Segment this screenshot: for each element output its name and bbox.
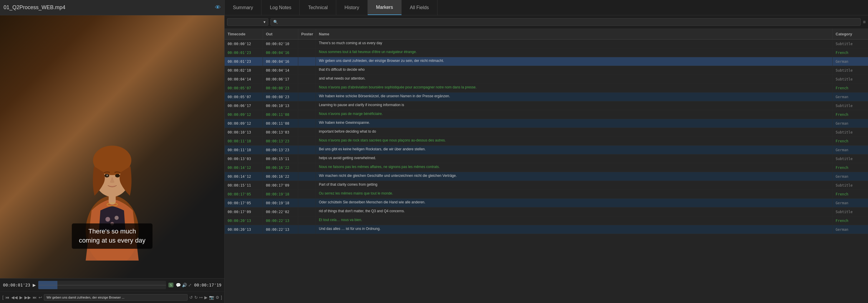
td-name: Wir haben keine Gewinnspanne. (316, 119, 833, 128)
snapshot-btn[interactable]: 📷 (209, 295, 214, 300)
td-out: 00:00:02'10 (263, 39, 298, 48)
video-area[interactable]: There's so muchcoming at us every day (0, 15, 224, 278)
td-name: Nous sommes tout à fait heureux d'être u… (316, 48, 833, 57)
tab-technical[interactable]: Technical (300, 0, 336, 15)
table-row[interactable]: 00:00:05'0700:00:08'23Wir haben keine sc… (225, 92, 868, 101)
bracket-open-btn[interactable]: [ (2, 295, 3, 300)
td-poster (298, 92, 316, 101)
table-row[interactable]: 00:00:20'1300:00:22'13Et tout cela… nous… (225, 216, 868, 225)
table-header: Timecode Out Poster Name Category (225, 29, 868, 39)
settings-btn[interactable]: ⚙ (216, 295, 219, 300)
td-poster (298, 57, 316, 66)
speech-bubble-icon[interactable]: 💬 (176, 283, 181, 287)
tab-all-fields[interactable]: All Fields (402, 0, 437, 15)
step-fwd-btn[interactable]: ▶▶ (25, 295, 31, 300)
tab-history[interactable]: History (336, 0, 368, 15)
table-row[interactable]: 00:00:15'1100:00:17'09Part of that clari… (225, 181, 868, 190)
search-input[interactable] (280, 20, 858, 24)
subtitle-text: There's so muchcoming at us every day (79, 227, 146, 244)
td-name: Et tout cela… nous va bien. (316, 216, 833, 225)
td-name: Und das alles … ist für uns in Ordnung. (316, 225, 833, 234)
td-out: 00:00:04'14 (263, 66, 298, 75)
skip-end-btn[interactable]: ⏭ (33, 295, 37, 300)
table-row[interactable]: 00:00:00'1200:00:02'10There's so much co… (225, 39, 868, 48)
table-row[interactable]: 00:00:14'1200:00:16'22Wir machen nicht d… (225, 172, 868, 181)
volume-icon[interactable]: 🔊 (182, 283, 187, 287)
table-row[interactable]: 00:00:13'0300:00:15'11helps us avoid get… (225, 155, 868, 163)
forward-btn[interactable]: ↻ (194, 295, 198, 300)
table-row[interactable]: 00:00:09'1200:00:11'08Nous n'avons pas d… (225, 110, 868, 119)
table-row[interactable]: 00:00:11'1000:00:13'23Nous n'avons pas d… (225, 137, 868, 146)
play-button[interactable]: ▶ (33, 283, 36, 287)
transport-icons: 💬 🔊 ⤢ (176, 283, 192, 287)
expand-icon[interactable]: ⤢ (188, 283, 192, 287)
td-name: that it's difficult to decide who (316, 66, 833, 75)
filter-bar: ▾ 🔍 ≡ (225, 15, 868, 29)
td-poster (298, 119, 316, 128)
search-box[interactable]: 🔍 (271, 18, 861, 26)
td-name: Nous n'avons pas de rock stars sacrées q… (316, 137, 833, 145)
td-category: Subtitle (833, 75, 868, 83)
skip-start-btn[interactable]: ⏮ (5, 295, 9, 300)
td-name: Wir geben uns damit zufrieden, der einzi… (316, 57, 833, 66)
play-in-btn[interactable]: ▶ (204, 295, 208, 300)
td-timecode: 00:00:04'14 (225, 75, 263, 83)
table-row[interactable]: 00:00:20'1300:00:22'13Und das alles … is… (225, 225, 868, 234)
td-category: German (833, 172, 868, 181)
table-row[interactable]: 00:00:17'0900:00:22'02rid of things that… (225, 208, 868, 216)
td-poster (298, 110, 316, 119)
mark-in-btn[interactable]: ↦ (199, 295, 203, 300)
td-name: Oder schütteln Sie denselben Menschen di… (316, 199, 833, 207)
bracket-close-btn[interactable]: ] (221, 295, 222, 300)
play-pause-btn[interactable]: ▶ (20, 295, 23, 300)
table-row[interactable]: 00:00:17'0500:00:19'18Oder schütteln Sie… (225, 199, 868, 208)
table-row[interactable]: 00:00:05'0700:00:08'23Nous n'avons pas d… (225, 84, 868, 92)
td-name: helps us avoid getting overwhelmed. (316, 155, 833, 163)
td-timecode: 00:00:02'10 (225, 66, 263, 75)
tab-markers[interactable]: Markers (368, 0, 402, 15)
table-row[interactable]: 00:00:11'1000:00:13'23Bei uns gibt es ke… (225, 146, 868, 155)
s-badge: S (168, 283, 174, 287)
table-row[interactable]: 00:00:14'1200:00:16'22Nous ne faisons pa… (225, 163, 868, 172)
table-row[interactable]: 00:00:01'2300:00:04'16Nous sommes tout à… (225, 48, 868, 57)
td-name: Learning to pause and clarify if incomin… (316, 101, 833, 110)
tab-log-notes[interactable]: Log Notes (261, 0, 300, 15)
th-category: Category (833, 29, 868, 39)
table-row[interactable]: 00:00:06'1700:00:10'13Learning to pause … (225, 101, 868, 110)
table-row[interactable]: 00:00:04'1400:00:06'17and what needs our… (225, 75, 868, 84)
category-filter[interactable]: ▾ (227, 18, 268, 26)
td-category: German (833, 199, 868, 207)
td-poster (298, 146, 316, 154)
loop-btn[interactable]: ↺ (189, 295, 193, 300)
td-category: Subtitle (833, 208, 868, 216)
table-row[interactable]: 00:00:17'0500:00:19'18Ou serrez les même… (225, 190, 868, 199)
td-timecode: 00:00:14'12 (225, 172, 263, 181)
table-row[interactable]: 00:00:01'2300:00:04'16Wir geben uns dami… (225, 57, 868, 66)
transport-right: ↺ ↻ ↦ ▶ 📷 ⚙ ] (189, 295, 222, 300)
td-category: Subtitle (833, 39, 868, 48)
td-out: 00:00:10'13 (263, 101, 298, 110)
table-row[interactable]: 00:00:02'1000:00:04'14that it's difficul… (225, 66, 868, 75)
eye-icon[interactable]: 👁 (215, 4, 221, 11)
td-category: German (833, 92, 868, 101)
play-loop-btn[interactable]: ↩ (38, 295, 42, 300)
timecode-end: 00:00:17'19 (194, 283, 221, 287)
td-name: Nous ne faisons pas les mêmes affaires, … (316, 163, 833, 172)
tabs-bar: Summary Log Notes Technical History Mark… (225, 0, 868, 15)
td-out: 00:00:04'16 (263, 57, 298, 66)
table-row[interactable]: 00:00:10'1300:00:13'03important before d… (225, 128, 868, 137)
title-bar: 01_Q2Process_WEB.mp4 👁 (0, 0, 224, 15)
table-row[interactable]: 00:00:09'1200:00:11'08Wir haben keine Ge… (225, 119, 868, 128)
svg-point-11 (106, 174, 108, 176)
td-timecode: 00:00:15'11 (225, 181, 263, 190)
tab-summary[interactable]: Summary (225, 0, 261, 15)
td-out: 00:00:19'18 (263, 199, 298, 207)
waveform[interactable] (38, 281, 166, 289)
td-category: French (833, 110, 868, 119)
td-timecode: 00:00:20'13 (225, 225, 263, 234)
td-out: 00:00:16'22 (263, 163, 298, 172)
waveform-line (38, 285, 166, 285)
th-poster: Poster (298, 29, 316, 39)
step-back-btn[interactable]: ◀◀ (11, 295, 18, 300)
menu-icon[interactable]: ≡ (863, 20, 866, 25)
